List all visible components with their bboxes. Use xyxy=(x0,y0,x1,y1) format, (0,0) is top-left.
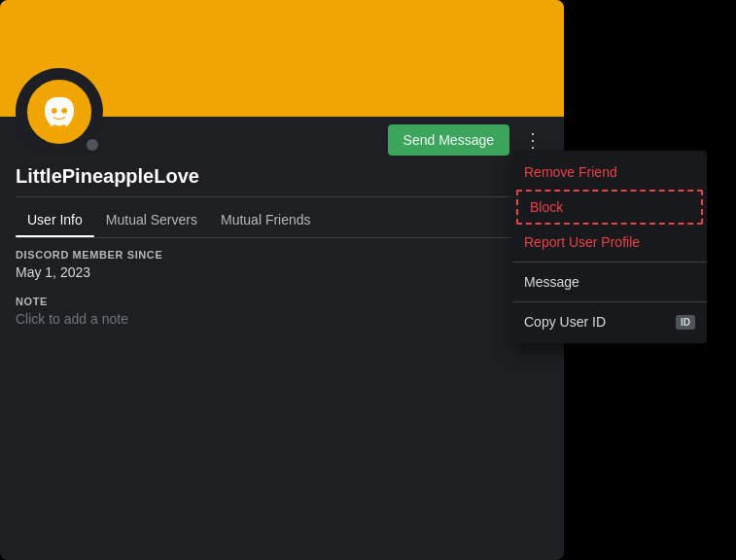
copy-user-id-label: Copy User ID xyxy=(524,314,606,330)
username: LittlePineappleLove xyxy=(16,165,199,188)
tab-mutual-servers[interactable]: Mutual Servers xyxy=(94,204,209,235)
menu-item-block[interactable]: Block xyxy=(518,192,701,223)
context-menu: Remove Friend Block Report User Profile … xyxy=(512,151,707,343)
tab-user-info[interactable]: User Info xyxy=(16,204,94,235)
avatar-ring xyxy=(16,68,103,156)
svg-point-0 xyxy=(52,108,57,114)
profile-content: DISCORD MEMBER SINCE May 1, 2023 NOTE Cl… xyxy=(16,249,548,327)
svg-point-1 xyxy=(61,108,67,114)
menu-item-report-user-profile[interactable]: Report User Profile xyxy=(512,227,707,258)
tabs: User Info Mutual Servers Mutual Friends xyxy=(16,204,548,235)
menu-separator-2 xyxy=(512,301,707,302)
menu-item-copy-user-id[interactable]: Copy User ID ID xyxy=(512,306,707,337)
header-divider xyxy=(16,196,548,197)
id-badge: ID xyxy=(676,315,695,330)
tab-mutual-friends[interactable]: Mutual Friends xyxy=(209,204,323,235)
profile-card: Send Message ⋮ LittlePineappleLove User … xyxy=(0,0,564,560)
tab-divider xyxy=(16,237,548,238)
menu-item-message[interactable]: Message xyxy=(512,266,707,298)
status-indicator xyxy=(84,136,101,154)
note-label: NOTE xyxy=(16,296,548,307)
member-since-value: May 1, 2023 xyxy=(16,264,548,280)
note-input[interactable]: Click to add a note xyxy=(16,311,548,327)
member-since-label: DISCORD MEMBER SINCE xyxy=(16,249,548,261)
menu-separator xyxy=(512,262,707,262)
menu-item-remove-friend[interactable]: Remove Friend xyxy=(512,157,707,188)
discord-avatar-icon xyxy=(37,89,82,134)
send-message-button[interactable]: Send Message xyxy=(388,124,509,156)
avatar-area xyxy=(16,68,103,156)
avatar xyxy=(23,76,95,148)
block-highlight: Block xyxy=(516,190,703,225)
